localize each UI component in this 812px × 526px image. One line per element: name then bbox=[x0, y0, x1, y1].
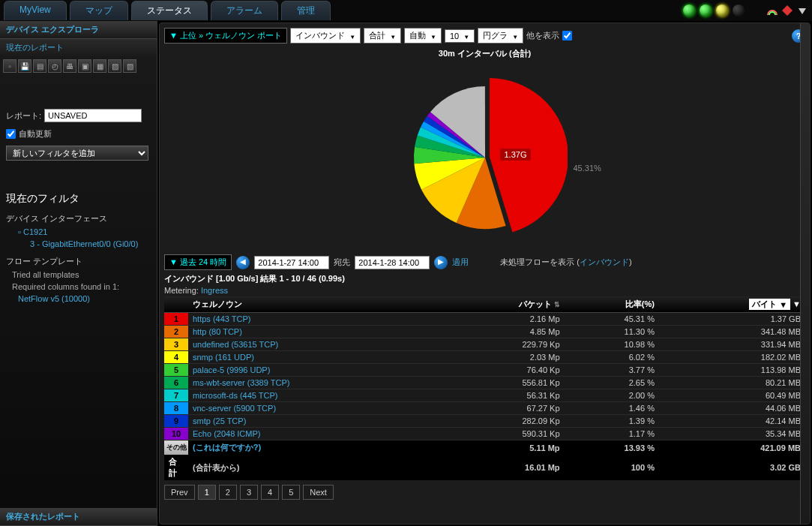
port-cell[interactable]: palace-5 (9996 UDP) bbox=[188, 364, 444, 377]
table-row: 1https (443 TCP)2.16 Mp45.31 %1.37 GB bbox=[164, 313, 805, 326]
time-prev-icon[interactable]: ◀ bbox=[236, 256, 250, 269]
interface-node[interactable]: 3 - GigabitEthernet0/0 (Gi0/0) bbox=[0, 238, 157, 250]
tab-bar: MyViewマップステータスアラーム管理 bbox=[0, 0, 812, 21]
tab-管理[interactable]: 管理 bbox=[281, 1, 331, 20]
status-led-1 bbox=[683, 5, 695, 17]
report-name-input[interactable] bbox=[44, 109, 142, 122]
page-5[interactable]: 5 bbox=[282, 485, 300, 500]
apply-link[interactable]: 適用 bbox=[452, 257, 469, 268]
time-range-select[interactable]: ▼ 過去 24 時間 bbox=[164, 254, 232, 270]
port-cell[interactable]: ms-wbt-server (3389 TCP) bbox=[188, 377, 444, 389]
col-port[interactable]: ウェルノウン bbox=[188, 296, 444, 313]
pct-cell: 10.98 % bbox=[565, 338, 659, 351]
rank-cell: 3 bbox=[164, 338, 188, 351]
tool-icon-3[interactable]: ▤ bbox=[33, 59, 46, 73]
pct-cell: 2.65 % bbox=[565, 377, 659, 389]
svg-marker-0 bbox=[782, 5, 793, 16]
prev-button[interactable]: Prev bbox=[164, 485, 195, 500]
port-cell[interactable]: smtp (25 TCP) bbox=[188, 415, 444, 428]
count-select[interactable]: 10 bbox=[445, 29, 475, 43]
other-label: その他 bbox=[164, 440, 188, 455]
port-cell[interactable]: microsoft-ds (445 TCP) bbox=[188, 389, 444, 402]
direction-select[interactable]: インバウンド bbox=[290, 28, 361, 44]
table-row: 8vnc-server (5900 TCP)67.27 Kp1.46 %44.0… bbox=[164, 402, 805, 415]
saved-reports-header[interactable]: 保存されたレポート bbox=[0, 508, 157, 526]
table-row: 9smtp (25 TCP)282.09 Kp1.39 %42.14 MB bbox=[164, 415, 805, 428]
table-row: 2http (80 TCP)4.85 Mp11.30 %341.48 MB bbox=[164, 326, 805, 338]
tool-icon-6[interactable]: ▣ bbox=[78, 59, 91, 73]
rank-cell: 9 bbox=[164, 415, 188, 428]
auto-select[interactable]: 自動 bbox=[404, 28, 442, 44]
rainbow-icon[interactable] bbox=[766, 5, 778, 17]
pie-main-label: 1.37G bbox=[500, 149, 532, 161]
port-cell[interactable]: vnc-server (5900 TCP) bbox=[188, 402, 444, 415]
rank-cell: 5 bbox=[164, 364, 188, 377]
next-button[interactable]: Next bbox=[303, 485, 334, 500]
other-question[interactable]: (これは何ですか?) bbox=[188, 440, 444, 455]
req-columns: Required columns found in 1: bbox=[0, 281, 157, 293]
raw-flow-link[interactable]: インバウンド bbox=[580, 257, 629, 266]
tool-icon-2[interactable]: 💾 bbox=[18, 59, 31, 73]
pie-main-pct: 45.31% bbox=[574, 164, 601, 173]
sidebar: デバイス エクスプローラ 現在のレポート ▫ 💾 ▤ ◴ 🖶 ▣ ▦ ▨ ▧ レ… bbox=[0, 21, 157, 526]
col-packets[interactable]: パケット bbox=[444, 296, 564, 313]
chart-type-select[interactable]: 円グラ bbox=[478, 28, 523, 44]
current-report-header[interactable]: 現在のレポート bbox=[0, 39, 157, 56]
tab-myview[interactable]: MyView bbox=[4, 1, 67, 20]
status-led-3 bbox=[716, 5, 728, 17]
tab-マップ[interactable]: マップ bbox=[70, 1, 128, 20]
bytes-cell: 42.14 MB bbox=[659, 415, 805, 428]
port-cell[interactable]: snmp (161 UDP) bbox=[188, 351, 444, 364]
total-row: 合計 (合計表から) 16.01 Mp 100 % 3.02 GB bbox=[164, 455, 805, 480]
results-table: ウェルノウン パケット 比率(%) バイト ▼ ▼ 1https (443 TC… bbox=[164, 296, 805, 480]
tool-icon-8[interactable]: ▨ bbox=[108, 59, 121, 73]
port-cell[interactable]: http (80 TCP) bbox=[188, 326, 444, 338]
top-selector[interactable]: ▼ 上位 » ウェルノウン ポート bbox=[164, 28, 287, 44]
rank-cell: 8 bbox=[164, 402, 188, 415]
tool-icon-1[interactable]: ▫ bbox=[3, 59, 16, 73]
page-2[interactable]: 2 bbox=[219, 485, 237, 500]
rank-cell: 7 bbox=[164, 389, 188, 402]
packets-cell: 2.03 Mp bbox=[444, 351, 564, 364]
pct-cell: 11.30 % bbox=[565, 326, 659, 338]
tool-icon-4[interactable]: ◴ bbox=[48, 59, 61, 73]
pct-cell: 1.46 % bbox=[565, 402, 659, 415]
time-next-icon[interactable]: ▶ bbox=[434, 256, 448, 269]
page-1[interactable]: 1 bbox=[198, 485, 216, 500]
device-node[interactable]: ▫ C1921 bbox=[0, 226, 157, 238]
auto-update-checkbox[interactable] bbox=[6, 129, 16, 139]
bytes-cell: 341.48 MB bbox=[659, 326, 805, 338]
port-cell[interactable]: Echo (2048 ICMP) bbox=[188, 428, 444, 440]
col-bytes[interactable]: バイト ▼ ▼ bbox=[659, 296, 805, 313]
time-to-input[interactable] bbox=[355, 256, 430, 269]
packets-cell: 2.16 Mp bbox=[444, 313, 564, 326]
port-cell[interactable]: undefined (53615 TCP) bbox=[188, 338, 444, 351]
tool-icon-5[interactable]: 🖶 bbox=[63, 59, 76, 73]
down-arrow-icon[interactable] bbox=[796, 5, 808, 17]
port-cell[interactable]: https (443 TCP) bbox=[188, 313, 444, 326]
table-row: 4snmp (161 UDP)2.03 Mp6.02 %182.02 MB bbox=[164, 351, 805, 364]
page-4[interactable]: 4 bbox=[261, 485, 279, 500]
show-other-checkbox[interactable] bbox=[562, 31, 572, 41]
tool-icon-7[interactable]: ▦ bbox=[93, 59, 106, 73]
bytes-cell: 60.49 MB bbox=[659, 389, 805, 402]
agg-select[interactable]: 合計 bbox=[364, 28, 401, 44]
tool-icon-9[interactable]: ▧ bbox=[123, 59, 136, 73]
page-3[interactable]: 3 bbox=[240, 485, 258, 500]
results-header: インバウンド [1.00 Gb/s] 結果 1 - 10 / 46 (0.99s… bbox=[164, 273, 805, 284]
diamond-icon[interactable] bbox=[781, 5, 793, 17]
add-filter-select[interactable]: 新しいフィルタを追加 bbox=[6, 146, 148, 161]
tried-templates: Tried all templates bbox=[0, 269, 157, 281]
metering-link[interactable]: Ingress bbox=[201, 286, 228, 295]
tab-アラーム[interactable]: アラーム bbox=[211, 1, 278, 20]
time-from-input[interactable] bbox=[254, 256, 329, 269]
col-pct[interactable]: 比率(%) bbox=[565, 296, 659, 313]
flow-template-label: フロー テンプレート bbox=[0, 254, 157, 269]
netflow-node[interactable]: NetFlow v5 (10000) bbox=[0, 293, 157, 305]
tab-ステータス[interactable]: ステータス bbox=[131, 1, 208, 20]
auto-update-label: 自動更新 bbox=[19, 128, 52, 140]
device-icon: ▫ bbox=[18, 227, 21, 236]
pct-cell: 2.00 % bbox=[565, 389, 659, 402]
packets-cell: 4.85 Mp bbox=[444, 326, 564, 338]
bytes-cell: 35.34 MB bbox=[659, 428, 805, 440]
